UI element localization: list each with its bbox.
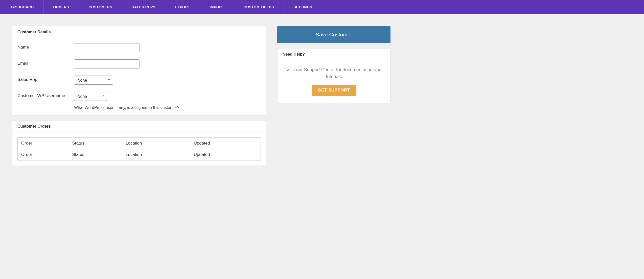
customer-orders-panel: Customer Orders Order Status Location Up… [12, 120, 266, 166]
label-salesrep: Sales Rep [17, 76, 74, 82]
save-customer-button[interactable]: Save Customer [277, 26, 390, 43]
col-order: Order [18, 138, 69, 149]
row-salesrep: Sales Rep None [17, 76, 261, 85]
row-email: Email [17, 59, 261, 68]
email-input[interactable] [74, 59, 140, 68]
customer-details-body: Name Email Sales Rep [12, 38, 266, 115]
help-panel-body: Visit our Support Center for documentati… [278, 60, 390, 103]
nav-import[interactable]: IMPORT [200, 0, 234, 14]
support-button-wrap: GET SUPPORT [278, 85, 390, 103]
foot-order: Order [18, 149, 69, 160]
table-footer-row: Order Status Location Updated [18, 149, 261, 160]
nav-dashboard[interactable]: DASHBOARD [0, 0, 44, 14]
nav-settings[interactable]: SETTINGS [284, 0, 322, 14]
wpuser-help-text: What WordPress user, if any, is assigned… [74, 105, 261, 110]
label-email: Email [17, 59, 74, 66]
foot-location: Location [122, 149, 190, 160]
side-column: Save Customer Need Help? Visit our Suppo… [277, 26, 390, 108]
col-location: Location [122, 138, 190, 149]
foot-status: Status [69, 149, 122, 160]
row-wpuser: Customer WP Username None What WordPress… [17, 92, 261, 110]
control-wpuser: None What WordPress user, if any, is ass… [74, 92, 261, 110]
label-name: Name [17, 43, 74, 50]
col-status: Status [69, 138, 122, 149]
foot-updated: Updated [190, 149, 261, 160]
main-column: Customer Details Name Email Sales Rep [12, 26, 266, 171]
customer-details-panel: Customer Details Name Email Sales Rep [12, 26, 266, 115]
salesrep-select[interactable]: None [74, 76, 113, 85]
orders-table-head: Order Status Location Updated [18, 138, 261, 149]
control-email [74, 59, 261, 68]
nav-sales-reps[interactable]: SALES REPS [122, 0, 165, 14]
label-wpuser: Customer WP Username [17, 92, 74, 98]
get-support-button[interactable]: GET SUPPORT [312, 85, 355, 96]
control-name [74, 43, 261, 52]
col-updated: Updated [190, 138, 261, 149]
top-nav: DASHBOARD ORDERS CUSTOMERS SALES REPS EX… [0, 0, 644, 14]
wpuser-select-wrap: None [74, 92, 107, 101]
row-name: Name [17, 43, 261, 52]
page-content: Customer Details Name Email Sales Rep [0, 14, 644, 183]
wpuser-select[interactable]: None [74, 92, 107, 101]
salesrep-select-wrap: None [74, 76, 113, 85]
orders-table: Order Status Location Updated Order Stat… [17, 137, 261, 160]
name-input[interactable] [74, 43, 140, 52]
table-header-row: Order Status Location Updated [18, 138, 261, 149]
nav-orders[interactable]: ORDERS [44, 0, 79, 14]
help-panel: Need Help? Visit our Support Center for … [277, 48, 390, 103]
nav-customers[interactable]: CUSTOMERS [79, 0, 122, 14]
customer-orders-body: Order Status Location Updated Order Stat… [12, 132, 266, 166]
nav-export[interactable]: EXPORT [165, 0, 200, 14]
help-text: Visit our Support Center for documentati… [278, 60, 390, 85]
orders-table-foot: Order Status Location Updated [18, 149, 261, 160]
nav-custom-fields[interactable]: CUSTOM FIELDS [234, 0, 284, 14]
customer-details-title: Customer Details [12, 26, 266, 38]
control-salesrep: None [74, 76, 261, 85]
customer-orders-title: Customer Orders [12, 121, 266, 132]
help-panel-title: Need Help? [278, 49, 390, 60]
